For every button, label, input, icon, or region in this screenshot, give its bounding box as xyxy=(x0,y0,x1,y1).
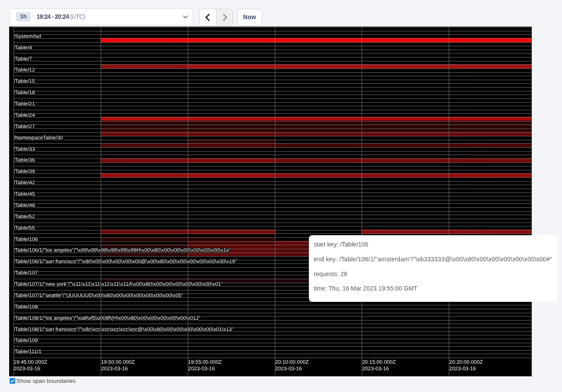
svg-text:/Table/108/1/"los angeles"/"\x: /Table/108/1/"los angeles"/"\xa8\xf5\u00… xyxy=(14,315,200,321)
svg-text:/Table/106: /Table/106 xyxy=(14,236,38,242)
svg-text:/Table/33: /Table/33 xyxy=(14,146,35,152)
svg-text:2023-03-16: 2023-03-16 xyxy=(275,365,302,372)
svg-text:/Table/107/1/"new york"/"\x11\: /Table/107/1/"new york"/"\x11\x11\x11\x1… xyxy=(14,281,223,287)
svg-text:20:10:00.000Z: 20:10:00.000Z xyxy=(275,359,308,365)
svg-text:19:45:00.000Z: 19:45:00.000Z xyxy=(14,359,47,365)
svg-text:/System/tsd: /System/tsd xyxy=(14,33,41,39)
svg-text:20:15:00.000Z: 20:15:00.000Z xyxy=(362,359,396,365)
svg-text:/NamespaceTable/30: /NamespaceTable/30 xyxy=(14,135,63,141)
svg-text:/Table/52: /Table/52 xyxy=(14,213,35,220)
svg-text:/Table/107/1/"seattle"/"UUUUUU: /Table/107/1/"seattle"/"UUUUUUD\x00\x80\… xyxy=(14,292,183,298)
svg-text:/Table/45: /Table/45 xyxy=(14,191,35,197)
svg-text:/Table/4: /Table/4 xyxy=(14,44,32,51)
svg-text:/Table/27: /Table/27 xyxy=(14,123,35,129)
svg-text:/Table/55: /Table/55 xyxy=(14,225,35,231)
svg-text:/Table/106/1/"san francisco"/": /Table/106/1/"san francisco"/"\x80\x00\x… xyxy=(14,258,237,264)
svg-text:19:55:00.000Z: 19:55:00.000Z xyxy=(188,359,222,365)
svg-text:/Table/12: /Table/12 xyxy=(14,67,35,73)
svg-text:/Table/7: /Table/7 xyxy=(14,56,32,62)
svg-text:/Table/109: /Table/109 xyxy=(14,337,38,343)
svg-text:/Table/36: /Table/36 xyxy=(14,157,35,163)
svg-text:/Table/21: /Table/21 xyxy=(14,101,35,107)
svg-text:2023-03-16: 2023-03-16 xyxy=(362,365,389,372)
svg-text:/Table/107: /Table/107 xyxy=(14,270,38,276)
svg-text:2023-03-16: 2023-03-16 xyxy=(101,365,128,372)
svg-text:/Table/24: /Table/24 xyxy=(14,112,35,118)
svg-text:/Table/106/1/"los angeles"/"\x: /Table/106/1/"los angeles"/"\x99\x99\x99… xyxy=(14,247,231,253)
svg-text:/Table/48: /Table/48 xyxy=(14,202,35,208)
svg-text:/Table/15: /Table/15 xyxy=(14,78,35,84)
svg-text:/Table/42: /Table/42 xyxy=(14,179,35,186)
svg-text:/Table/108/1/"san francisco"/": /Table/108/1/"san francisco"/"\x8c\xcc\x… xyxy=(14,326,234,332)
svg-text:2023-03-16: 2023-03-16 xyxy=(449,366,476,372)
svg-text:19:50:00.000Z: 19:50:00.000Z xyxy=(101,359,135,365)
svg-text:/Table/18: /Table/18 xyxy=(14,89,35,95)
svg-text:/Table/108: /Table/108 xyxy=(14,304,38,310)
svg-text:2023-03-16: 2023-03-16 xyxy=(188,365,215,372)
svg-text:2023-03-16: 2023-03-16 xyxy=(14,365,41,372)
svg-text:/Table/39: /Table/39 xyxy=(14,168,35,174)
svg-text:20:20:00.000Z: 20:20:00.000Z xyxy=(449,359,483,365)
svg-text:/Table/111/1: /Table/111/1 xyxy=(14,348,41,355)
